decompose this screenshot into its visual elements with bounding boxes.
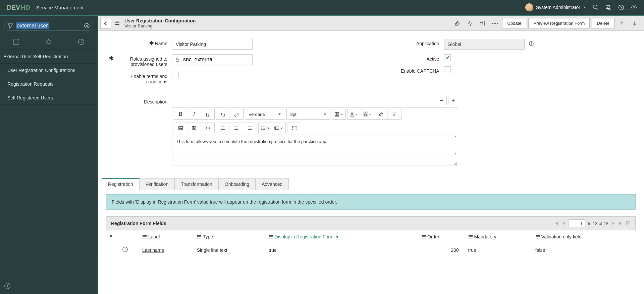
svg-rect-8 xyxy=(13,40,19,45)
scroll-down-icon[interactable] xyxy=(454,152,457,155)
roles-field[interactable]: snc_external xyxy=(172,54,253,65)
form-menu-icon[interactable] xyxy=(114,19,120,27)
pager-next-icon[interactable] xyxy=(611,221,616,226)
user-menu[interactable]: System Administrator xyxy=(525,3,586,11)
font-family-select[interactable]: Verdana xyxy=(245,109,285,120)
next-record-icon[interactable] xyxy=(629,18,640,29)
pager-first-icon[interactable] xyxy=(554,221,558,226)
form-header: User Registration Configuration Visitor … xyxy=(98,16,644,31)
description-content[interactable]: This form allows you to complete the reg… xyxy=(172,135,453,155)
number-list-button[interactable]: 123 xyxy=(272,123,285,133)
link-button[interactable] xyxy=(374,109,388,119)
table-button[interactable] xyxy=(332,109,345,119)
bold-button[interactable]: B xyxy=(174,109,187,119)
activity-icon[interactable] xyxy=(465,18,475,29)
italic-button[interactable]: I xyxy=(187,109,201,119)
page-title: User Registration Configuration xyxy=(124,18,196,23)
chat-icon[interactable] xyxy=(605,4,612,11)
sidebar-section-header[interactable]: External User Self-Registration xyxy=(0,50,97,64)
tab-onboarding[interactable]: Onboarding xyxy=(218,178,256,190)
svg-point-79 xyxy=(125,248,125,248)
application-info-icon[interactable] xyxy=(527,39,536,48)
collapse-icon[interactable] xyxy=(4,283,11,289)
attachment-icon[interactable] xyxy=(452,18,463,29)
undo-button[interactable] xyxy=(216,109,230,119)
nav-filter[interactable]: external user xyxy=(4,21,93,31)
more-actions-icon[interactable] xyxy=(490,23,500,24)
svg-point-19 xyxy=(484,22,485,23)
pager-expand-icon[interactable] xyxy=(626,221,631,226)
row-label[interactable]: Last name xyxy=(142,247,164,253)
label-active: Active xyxy=(426,56,439,62)
image-button[interactable] xyxy=(174,123,187,133)
gear-icon[interactable] xyxy=(631,4,637,11)
menu-icon[interactable] xyxy=(269,234,273,239)
search-icon[interactable] xyxy=(592,4,599,11)
pager-input[interactable] xyxy=(569,219,585,227)
history-icon[interactable] xyxy=(77,38,85,46)
expand-editor-button[interactable]: + xyxy=(448,96,458,105)
sidebar-item-configs[interactable]: User Registration Configurations xyxy=(0,64,97,77)
nav-filter-input[interactable]: external user xyxy=(16,22,49,29)
back-button[interactable] xyxy=(100,18,111,29)
active-checkbox[interactable] xyxy=(444,54,451,61)
sidebar-item-requests[interactable]: Registration Requests xyxy=(0,77,97,91)
collapse-editor-button[interactable]: − xyxy=(437,96,447,105)
col-validation[interactable]: Validation only field xyxy=(541,234,582,239)
video-button[interactable] xyxy=(187,123,201,133)
menu-icon[interactable] xyxy=(197,234,202,239)
tab-transformation[interactable]: Transformation xyxy=(174,178,219,190)
align-center-button[interactable] xyxy=(230,123,243,133)
table-gear-icon[interactable] xyxy=(109,234,113,238)
logo-part2: HD xyxy=(21,4,30,11)
main-content: User Registration Configuration Visitor … xyxy=(98,16,644,294)
font-size-select[interactable]: 8pt xyxy=(286,109,330,120)
page-subtitle: Visitor Parking xyxy=(124,23,196,28)
source-button[interactable] xyxy=(201,123,214,133)
preview-button[interactable]: Preview Registration Form xyxy=(528,18,590,28)
help-icon[interactable] xyxy=(618,4,625,11)
clear-format-button[interactable] xyxy=(388,109,401,119)
topbar: DEVHD Service Management System Administ… xyxy=(0,0,644,15)
bg-color-button[interactable]: A xyxy=(361,109,374,119)
all-apps-icon[interactable] xyxy=(12,38,20,46)
menu-icon[interactable] xyxy=(421,234,426,239)
favorites-icon[interactable] xyxy=(45,38,52,46)
table-row[interactable]: Last name Single line text true 200 true… xyxy=(106,243,636,257)
col-order[interactable]: Order xyxy=(427,234,439,239)
redo-button[interactable] xyxy=(230,109,243,119)
menu-icon[interactable] xyxy=(468,234,473,239)
prev-record-icon[interactable] xyxy=(616,18,627,29)
clear-icon[interactable] xyxy=(84,23,90,28)
tab-registration[interactable]: Registration xyxy=(102,178,140,190)
menu-icon[interactable] xyxy=(535,234,540,239)
align-right-button[interactable] xyxy=(243,123,257,133)
col-type[interactable]: Type xyxy=(203,234,213,239)
text-color-button[interactable]: A xyxy=(347,109,361,119)
settings-icon[interactable] xyxy=(477,18,488,29)
row-info-icon[interactable] xyxy=(122,246,128,252)
label-captcha: Enable CAPTCHA xyxy=(401,68,439,74)
align-left-button[interactable] xyxy=(216,123,230,133)
bullet-list-button[interactable] xyxy=(259,123,272,133)
logo: DEVHD xyxy=(7,4,30,11)
col-label[interactable]: Label xyxy=(148,234,160,239)
tab-verification[interactable]: Verification xyxy=(139,178,175,190)
name-field[interactable] xyxy=(172,39,253,50)
fullscreen-button[interactable] xyxy=(287,123,301,133)
sidebar-item-users[interactable]: Self Registered Users xyxy=(0,91,97,105)
pager-prev-icon[interactable] xyxy=(561,221,566,226)
col-display[interactable]: Display in Registration Form xyxy=(275,234,334,239)
update-button[interactable]: Update xyxy=(502,18,526,28)
underline-button[interactable]: U xyxy=(201,109,214,119)
menu-icon[interactable] xyxy=(142,234,147,239)
captcha-checkbox[interactable] xyxy=(444,66,451,73)
tab-advanced[interactable]: Advanced xyxy=(255,178,289,190)
terms-checkbox[interactable] xyxy=(172,72,179,78)
pager-last-icon[interactable] xyxy=(619,221,623,226)
delete-button[interactable]: Delete xyxy=(592,18,614,28)
avatar xyxy=(525,3,533,11)
col-mandatory[interactable]: Mandatory xyxy=(474,234,496,239)
scroll-up-icon[interactable] xyxy=(454,135,457,138)
tab-bar: Registration Verification Transformation… xyxy=(102,178,640,190)
